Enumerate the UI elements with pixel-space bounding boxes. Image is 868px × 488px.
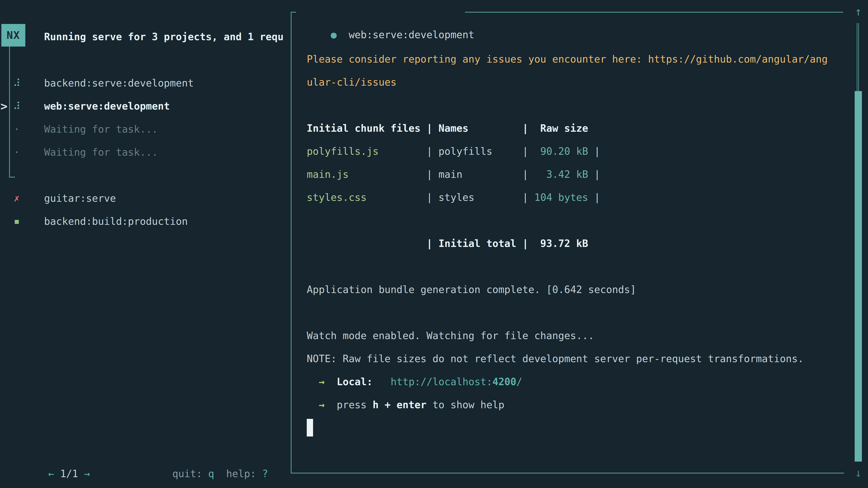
log-text: ular-cli/issues bbox=[307, 76, 397, 88]
log-line bbox=[307, 25, 828, 48]
task-status-success-icon: ■ bbox=[11, 210, 22, 233]
selected-task-arrow-icon: > bbox=[0, 95, 10, 118]
log-text: | polyfills | bbox=[379, 145, 528, 157]
log-line: Application bundle generation complete. … bbox=[307, 278, 828, 301]
scroll-down-arrow-icon[interactable]: ↓ bbox=[850, 461, 866, 484]
task-row[interactable]: ·Waiting for task... bbox=[0, 141, 291, 164]
log-line: | Initial total | 93.72 kB bbox=[307, 232, 828, 255]
page-next-arrow-icon[interactable]: → bbox=[84, 468, 90, 480]
log-text: to show help bbox=[427, 399, 504, 411]
task-row[interactable]: ■backend:build:production bbox=[0, 210, 291, 233]
panel-title: ●web:serve:development bbox=[307, 0, 474, 23]
log-line bbox=[307, 255, 828, 278]
panel-border-top bbox=[465, 12, 843, 13]
task-sidebar: NX Running serve for 3 projects, and 1 r… bbox=[0, 0, 291, 488]
log-text: styles.css bbox=[307, 192, 367, 203]
task-list: ⠼backend:serve:development>⠼web:serve:de… bbox=[0, 72, 291, 233]
log-text: | Initial total | 93.72 kB bbox=[307, 238, 588, 249]
task-status-failed-icon: ✗ bbox=[11, 187, 22, 210]
log-text: → bbox=[319, 376, 325, 387]
log-line bbox=[307, 301, 828, 324]
log-line bbox=[307, 94, 828, 117]
quit-hint-label: quit: bbox=[172, 468, 208, 480]
task-label: guitar:serve bbox=[44, 187, 116, 210]
local-url-link[interactable]: / bbox=[516, 376, 522, 387]
panel-border-top bbox=[291, 12, 296, 13]
log-line: polyfills.js | polyfills | 90.20 kB | bbox=[307, 140, 828, 163]
log-text bbox=[307, 376, 319, 387]
log-text: h + enter bbox=[373, 399, 426, 411]
log-line bbox=[307, 209, 828, 232]
terminal-cursor bbox=[307, 419, 313, 436]
log-output: Please consider reporting any issues you… bbox=[307, 25, 828, 440]
page-prev-arrow-icon[interactable]: ← bbox=[48, 468, 54, 480]
log-line: ular-cli/issues bbox=[307, 71, 828, 94]
task-row[interactable]: ⠼backend:serve:development bbox=[0, 72, 291, 95]
task-status-waiting-icon: · bbox=[11, 118, 22, 141]
log-text: 90.20 kB bbox=[528, 145, 588, 157]
task-label: backend:serve:development bbox=[44, 72, 194, 95]
log-line: Watch mode enabled. Watching for file ch… bbox=[307, 324, 828, 347]
log-text: press bbox=[324, 399, 373, 411]
task-row[interactable]: ✗guitar:serve bbox=[0, 187, 291, 210]
log-text: 3.42 kB bbox=[528, 168, 588, 180]
log-text: NOTE: Raw file sizes do not reflect deve… bbox=[307, 353, 804, 364]
log-line: → Local: http://localhost:4200/ bbox=[307, 370, 828, 393]
log-text: | bbox=[588, 168, 600, 180]
nx-terminal-ui: NX Running serve for 3 projects, and 1 r… bbox=[0, 0, 868, 488]
scrollbar-track[interactable] bbox=[857, 23, 859, 91]
run-summary-title: Running serve for 3 projects, and 1 requ bbox=[44, 25, 289, 48]
log-line: NOTE: Raw file sizes do not reflect deve… bbox=[307, 347, 828, 370]
task-row[interactable]: ·Waiting for task... bbox=[0, 118, 291, 141]
log-text: → bbox=[319, 399, 325, 411]
log-text: | main | bbox=[348, 168, 528, 180]
local-url-link[interactable]: 4200 bbox=[492, 376, 516, 387]
log-line: styles.css | styles | 104 bytes | bbox=[307, 186, 828, 209]
task-status-running-icon: ⠼ bbox=[11, 72, 22, 95]
log-text: main.js bbox=[307, 168, 348, 180]
scrollbar-thumb[interactable] bbox=[855, 91, 862, 462]
keyboard-hints: quit: q help: ? bbox=[136, 439, 268, 462]
log-text bbox=[324, 376, 337, 387]
log-text: | styles | bbox=[367, 192, 528, 203]
log-line: Please consider reporting any issues you… bbox=[307, 48, 828, 71]
task-row[interactable]: >⠼web:serve:development bbox=[0, 95, 291, 118]
scroll-up-arrow-icon[interactable]: ↑ bbox=[850, 0, 866, 23]
log-text bbox=[373, 376, 391, 387]
page-count: 1/1 bbox=[54, 468, 84, 480]
task-status-waiting-icon: · bbox=[11, 141, 22, 164]
log-text: polyfills.js bbox=[307, 145, 379, 157]
help-key: ? bbox=[262, 468, 268, 480]
nx-logo: NX bbox=[1, 24, 25, 46]
task-status-running-icon: ⠼ bbox=[11, 95, 22, 118]
log-text: Please consider reporting any issues you… bbox=[307, 53, 828, 65]
task-label: Waiting for task... bbox=[44, 118, 158, 141]
page-indicator: ← 1/1 → bbox=[12, 439, 90, 462]
log-text bbox=[307, 399, 319, 411]
quit-key: q bbox=[208, 468, 214, 480]
log-text: Application bundle generation complete. … bbox=[307, 284, 636, 295]
log-text: 104 bytes bbox=[528, 192, 588, 203]
log-text: Initial chunk files | Names | Raw size bbox=[307, 123, 588, 134]
task-label: web:serve:development bbox=[44, 95, 170, 118]
panel-border-bottom bbox=[291, 473, 844, 474]
task-list-spacer bbox=[0, 164, 291, 187]
log-text: Watch mode enabled. Watching for file ch… bbox=[307, 330, 594, 341]
log-line bbox=[307, 416, 828, 440]
log-line: → press h + enter to show help bbox=[307, 393, 828, 416]
panel-border-left bbox=[291, 12, 291, 474]
task-label: backend:build:production bbox=[44, 210, 188, 233]
log-line: Initial chunk files | Names | Raw size bbox=[307, 117, 828, 140]
log-text: | bbox=[588, 145, 600, 157]
task-label: Waiting for task... bbox=[44, 141, 158, 164]
log-text: Local: bbox=[337, 376, 373, 387]
log-text: | bbox=[588, 192, 600, 203]
local-url-link[interactable]: http://localhost: bbox=[391, 376, 492, 387]
log-line: main.js | main | 3.42 kB | bbox=[307, 163, 828, 186]
help-hint-label: help: bbox=[214, 468, 262, 480]
